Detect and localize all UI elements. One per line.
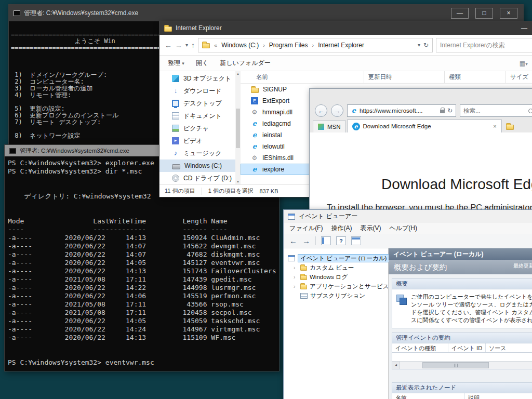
column-event-type[interactable]: イベントの種類 xyxy=(392,343,448,352)
explorer-search[interactable] xyxy=(436,38,532,52)
sidebar-scrollbar[interactable]: ▴ ▾ xyxy=(235,71,241,184)
tree-item-windows-logs[interactable]: › Windows ログ xyxy=(284,272,388,282)
tree-root-label[interactable]: イベント ビューアー (ローカル) xyxy=(298,254,389,262)
sidebar-item-windows-c[interactable]: Windows (C:) xyxy=(159,159,235,172)
refresh-icon[interactable]: ↻ xyxy=(447,107,453,114)
close-tab-icon[interactable]: × xyxy=(493,123,496,129)
menu-file[interactable]: ファイル(F) xyxy=(285,224,327,233)
folder-icon xyxy=(506,125,514,130)
refresh-icon[interactable]: ↻ xyxy=(423,42,429,49)
column-name[interactable]: 名前 xyxy=(241,71,364,83)
open-button[interactable]: 開く xyxy=(196,59,208,68)
view-options-button[interactable]: ▦▾ xyxy=(520,60,528,67)
scroll-left-icon[interactable]: ◂ xyxy=(392,362,400,369)
tree-item-root[interactable]: イベント ビューアー (ローカル) xyxy=(284,254,388,263)
sidebar-item-3d-objects[interactable]: 3D オブジェクト xyxy=(159,72,235,85)
tab-download-edge[interactable]: e Download Microsoft Edge × xyxy=(347,119,502,132)
column-event-id[interactable]: イベント ID xyxy=(448,343,486,352)
breadcrumb-item-internet-explorer[interactable]: Internet Explorer xyxy=(318,42,364,49)
sidebar-item-pictures[interactable]: ピクチャ xyxy=(159,122,235,135)
column-date[interactable]: 更新日時 xyxy=(364,71,445,83)
summary-horizontal-scrollbar[interactable]: ◂ xyxy=(392,361,532,369)
show-action-pane-icon[interactable] xyxy=(351,236,361,245)
show-console-tree-icon[interactable] xyxy=(321,236,331,245)
expand-chevron-icon[interactable]: › xyxy=(294,274,298,280)
cmd-welcome-title: 管理者: C:¥Windows¥system32¥cmd.exe xyxy=(24,9,138,18)
event-viewer-titlebar[interactable]: イベント ビューアー xyxy=(284,210,532,223)
folder-icon xyxy=(300,275,307,280)
sidebar-item-cd-drive[interactable]: CD ドライブ (D:) xyxy=(159,172,235,184)
back-button[interactable]: ← xyxy=(315,104,327,117)
back-icon[interactable]: ← xyxy=(289,236,297,245)
menu-help[interactable]: ヘルプ(H) xyxy=(385,224,421,233)
subscriptions-icon xyxy=(300,293,308,299)
search-icon xyxy=(528,109,532,113)
organize-button[interactable]: 整理 ▾ xyxy=(168,59,184,68)
ie-titlebar[interactable] xyxy=(310,89,532,102)
tab-msn[interactable]: MSN xyxy=(313,121,346,132)
ie-tab-strip: MSN e Download Microsoft Edge × xyxy=(310,119,532,132)
maximize-button[interactable]: □ xyxy=(475,8,493,19)
tree-item-app-service-logs[interactable]: › アプリケーションとサービス ログ xyxy=(284,282,388,291)
cmd-icon xyxy=(14,10,20,16)
column-type[interactable]: 種類 xyxy=(445,71,506,83)
minimize-button[interactable]: — xyxy=(451,8,469,19)
summary-section-header[interactable]: 管理イベントの要約 xyxy=(392,333,532,343)
breadcrumb-separator: › xyxy=(262,42,266,48)
explorer-titlebar[interactable]: Internet Explorer — □ xyxy=(159,21,532,35)
recent-nodes-section-header[interactable]: 最近表示されたノード xyxy=(392,383,532,393)
up-icon[interactable]: ↑ xyxy=(191,41,195,49)
address-dropdown-icon[interactable]: ▾ xyxy=(418,42,420,48)
overview-section-header[interactable]: 概要 xyxy=(392,279,532,289)
scrollbar-thumb[interactable] xyxy=(236,109,240,148)
back-icon[interactable]: ← xyxy=(165,41,172,49)
new-folder-button[interactable]: 新しいフォルダー xyxy=(220,59,271,68)
expand-chevron-icon[interactable]: › xyxy=(294,284,298,289)
history-dropdown-icon[interactable]: ▾ xyxy=(185,42,188,48)
minimize-button[interactable]: — xyxy=(516,24,532,32)
new-tab-button[interactable] xyxy=(505,121,515,131)
last-refreshed-label: 最終更新日時: xyxy=(513,262,532,270)
scroll-up-icon[interactable]: ▴ xyxy=(235,71,241,76)
sidebar-item-downloads[interactable]: ↓ダウンロード xyxy=(159,85,235,97)
menu-action[interactable]: 操作(A) xyxy=(327,224,356,233)
ie-url-input[interactable] xyxy=(360,108,437,114)
sidebar-item-music[interactable]: ♪ミュージック xyxy=(159,147,235,159)
sidebar-item-documents[interactable]: ドキュメント xyxy=(159,110,235,122)
page-heading: Download Microsoft Edge xyxy=(381,176,532,193)
forward-icon[interactable]: → xyxy=(175,41,182,49)
event-viewer-window: イベント ビューアー ファイル(F) 操作(A) 表示(V) ヘルプ(H) ← … xyxy=(283,209,532,399)
address-bar[interactable]: « Windows (C:) › Program Files › Interne… xyxy=(198,38,433,52)
forward-button[interactable]: → xyxy=(331,104,343,117)
ie-search-input[interactable] xyxy=(463,108,526,114)
tree-item-custom-views[interactable]: › カスタム ビュー xyxy=(284,263,388,272)
scroll-down-icon[interactable]: ▾ xyxy=(235,179,241,184)
page-icon: e xyxy=(351,107,357,114)
column-source[interactable]: ソース xyxy=(486,343,532,352)
expand-chevron-icon[interactable]: › xyxy=(294,265,298,271)
explorer-toolbar: 整理 ▾ 開く 新しいフォルダー ▦▾ ▤ xyxy=(159,56,532,71)
ie-address-bar[interactable]: e ↻ xyxy=(347,104,456,117)
column-name[interactable]: 名前 xyxy=(392,393,465,399)
explorer-sidebar: 3D オブジェクト ↓ダウンロード デスクトップ ドキュメント ピクチャ ▸ビデ… xyxy=(159,71,235,184)
column-size[interactable]: サイズ xyxy=(506,71,532,83)
forward-icon[interactable]: → xyxy=(302,236,310,245)
breadcrumb-prefix: « xyxy=(213,42,218,48)
help-icon[interactable]: ? xyxy=(336,236,346,245)
breadcrumb-item-program-files[interactable]: Program Files xyxy=(269,42,308,49)
ie-icon: e xyxy=(251,166,258,173)
overview-groupbox: 概要 ご使用のコンピューターで発生したイベントを表示するには、コ ンソール ツリ… xyxy=(392,278,532,328)
tree-item-subscriptions[interactable]: サブスクリプション xyxy=(284,291,388,300)
cmd-welcome-titlebar[interactable]: 管理者: C:¥Windows¥system32¥cmd.exe — □ × xyxy=(9,5,523,21)
menu-view[interactable]: 表示(V) xyxy=(356,224,385,233)
pictures-icon xyxy=(172,125,179,132)
ie-search-box[interactable] xyxy=(460,104,532,117)
sidebar-item-desktop[interactable]: デスクトップ xyxy=(159,97,235,110)
breadcrumb-item-drive[interactable]: Windows (C:) xyxy=(221,42,259,49)
sidebar-item-videos[interactable]: ▸ビデオ xyxy=(159,135,235,147)
close-button[interactable]: × xyxy=(500,8,517,19)
column-description[interactable]: 説明 xyxy=(465,393,532,399)
dll-icon: ⚙ xyxy=(251,154,258,162)
explorer-search-input[interactable] xyxy=(440,42,532,49)
scrollbar-thumb[interactable] xyxy=(422,362,489,368)
